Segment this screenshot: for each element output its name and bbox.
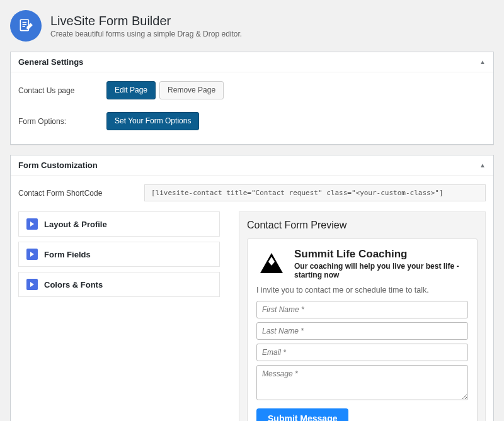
- shortcode-value[interactable]: [livesite-contact title="Contact request…: [144, 184, 486, 201]
- first-name-input[interactable]: [256, 301, 468, 318]
- acc-layout-profile[interactable]: Layout & Profile: [18, 211, 220, 237]
- general-settings-header[interactable]: General Settings ▲: [11, 52, 493, 72]
- acc-label: Layout & Profile: [44, 220, 107, 229]
- contact-page-label: Contact Us page: [18, 86, 106, 95]
- page-title: LiveSite Form Builder: [50, 14, 242, 28]
- acc-form-fields[interactable]: Form Fields: [18, 242, 220, 267]
- shortcode-label: Contact Form ShortCode: [18, 189, 144, 198]
- email-input[interactable]: [256, 344, 468, 361]
- preview-heading: Contact Form Preview: [247, 220, 478, 231]
- page-subtitle: Create beautiful forms using a simple Dr…: [50, 30, 242, 38]
- business-logo-icon: [256, 248, 287, 278]
- acc-colors-fonts[interactable]: Colors & Fonts: [18, 272, 220, 297]
- acc-label: Form Fields: [44, 250, 91, 259]
- form-customization-header[interactable]: Form Customization ▲: [11, 155, 493, 176]
- collapse-icon[interactable]: ▲: [479, 162, 486, 169]
- play-icon: [26, 218, 38, 230]
- contact-form-preview: Summit Life Coaching Our coaching will h…: [247, 239, 478, 421]
- accordion-list: Layout & Profile Form Fields Colors & Fo…: [18, 211, 220, 421]
- play-icon: [26, 279, 38, 290]
- general-settings-panel: General Settings ▲ Contact Us page Edit …: [10, 52, 494, 145]
- form-builder-icon: [10, 10, 42, 42]
- invite-text: I invite you to contact me or schedule t…: [256, 286, 468, 295]
- preview-column: Contact Form Preview Summit Life Coachin…: [239, 211, 486, 421]
- business-title: Summit Life Coaching: [294, 248, 468, 261]
- message-input[interactable]: [256, 365, 468, 400]
- business-subtitle: Our coaching will help you live your bes…: [294, 262, 468, 279]
- panel-title: General Settings: [18, 57, 83, 67]
- set-form-options-button[interactable]: Set Your Form Options: [106, 112, 199, 130]
- edit-page-button[interactable]: Edit Page: [106, 81, 156, 99]
- last-name-input[interactable]: [256, 322, 468, 340]
- play-icon: [26, 249, 38, 260]
- page-header: LiveSite Form Builder Create beautiful f…: [0, 0, 504, 52]
- acc-label: Colors & Fonts: [44, 280, 103, 289]
- panel-title: Form Customization: [18, 160, 98, 170]
- form-options-label: Form Options:: [18, 117, 106, 126]
- submit-button[interactable]: Submit Message: [256, 408, 348, 421]
- form-customization-panel: Form Customization ▲ Contact Form ShortC…: [10, 155, 494, 421]
- remove-page-button[interactable]: Remove Page: [159, 81, 224, 99]
- collapse-icon[interactable]: ▲: [479, 59, 486, 65]
